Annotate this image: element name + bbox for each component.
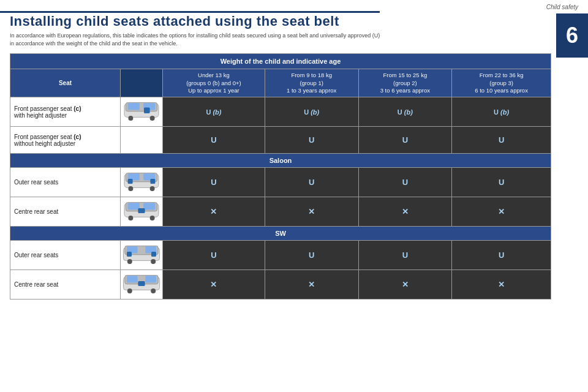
svg-point-20 (150, 216, 155, 221)
table-row: Outer rear seats U U (10, 168, 551, 197)
sym-cell: U (b) (452, 97, 551, 127)
sym-cell: U (452, 241, 551, 270)
seat-name-cell: Outer rear seats (10, 168, 121, 197)
seat-image-cell (121, 97, 163, 127)
table-row: Front passenger seat (c) with height adj… (10, 97, 551, 127)
section-label-saloon: Saloon (10, 154, 551, 168)
rear-sw-outer-icon (122, 242, 161, 266)
sym-cell: U (b) (265, 97, 358, 127)
table-header-top: Weight of the child and indicative age (10, 54, 551, 69)
sym-cell: U (358, 168, 452, 197)
svg-rect-18 (143, 203, 155, 209)
seat-image-cell-empty (121, 127, 163, 154)
rear-saloon-outer-icon (122, 169, 161, 194)
section-header-saloon: Saloon (10, 154, 551, 168)
table-row: Outer rear seats U U (10, 241, 551, 270)
table-row: Centre rear seat ✕ ✕ ✕ ✕ (10, 270, 551, 300)
chapter-number: 6 (556, 13, 588, 58)
sym-cell: ✕ (163, 197, 265, 227)
svg-point-5 (150, 116, 155, 121)
col-header-seat: Seat (10, 69, 121, 97)
sym-cell: ✕ (265, 270, 358, 300)
seat-name-cell: Centre rear seat (10, 270, 121, 300)
seat-image-cell (121, 270, 163, 300)
sym-cell: ✕ (358, 270, 452, 300)
seat-name-cell: Centre rear seat (10, 197, 121, 227)
svg-point-11 (128, 186, 133, 191)
rear-saloon-centre-icon (122, 198, 161, 223)
page-title: Installing child seats attached using th… (10, 13, 551, 29)
child-safety-table: Weight of the child and indicative age S… (10, 53, 551, 300)
svg-rect-21 (138, 208, 145, 213)
sym-cell: U (358, 241, 452, 270)
sym-cell: ✕ (452, 197, 551, 227)
sym-cell: U (b) (358, 97, 452, 127)
front-seat-car-icon (122, 99, 161, 123)
col-header-under13: Under 13 kg (groups 0 (b) and 0+) Up to … (163, 69, 265, 97)
seat-name-cell: Front passenger seat (c) with height adj… (10, 97, 121, 127)
svg-rect-17 (128, 203, 140, 209)
svg-point-4 (128, 116, 133, 121)
svg-rect-6 (144, 108, 150, 114)
sym-cell: U (452, 127, 551, 154)
svg-rect-32 (127, 276, 138, 282)
svg-rect-13 (128, 179, 133, 184)
rear-sw-centre-icon (122, 271, 161, 296)
svg-rect-36 (138, 281, 145, 286)
section-label-sw: SW (10, 227, 551, 241)
sym-cell: U (265, 127, 358, 154)
seat-name-cell: Outer rear seats (10, 241, 121, 270)
sym-cell: U (163, 127, 265, 154)
sym-cell: ✕ (452, 270, 551, 300)
svg-rect-2 (128, 103, 140, 110)
svg-point-27 (151, 259, 156, 264)
svg-point-26 (127, 259, 132, 264)
table-row: Centre rear seat ✕ ✕ ✕ ✕ (10, 197, 551, 227)
col-header-9to18: From 9 to 18 kg (group 1) 1 to 3 years a… (265, 69, 358, 97)
sym-cell: U (265, 168, 358, 197)
svg-point-19 (128, 216, 133, 221)
sym-cell: U (265, 241, 358, 270)
page-subtitle: In accordance with European regulations,… (10, 32, 551, 47)
table-column-headers: Seat Under 13 kg (groups 0 (b) and 0+) U… (10, 69, 551, 97)
top-bar-line (0, 11, 380, 13)
col-header-15to25: From 15 to 25 kg (group 2) 3 to 6 years … (358, 69, 452, 97)
svg-rect-33 (145, 276, 156, 282)
sym-cell: U (163, 241, 265, 270)
svg-rect-28 (127, 252, 132, 257)
col-header-22to36: From 22 to 36 kg (group 3) 6 to 10 years… (452, 69, 551, 97)
seat-name-cell: Front passenger seat (c) without height … (10, 127, 121, 154)
table-row: Front passenger seat (c) without height … (10, 127, 551, 154)
table-main-header: Weight of the child and indicative age (10, 54, 551, 69)
sym-cell: ✕ (163, 270, 265, 300)
col-header-img-blank (121, 69, 163, 97)
seat-image-cell (121, 197, 163, 227)
section-header-sw: SW (10, 227, 551, 241)
svg-point-12 (150, 186, 155, 191)
svg-point-35 (151, 288, 156, 293)
main-content: Installing child seats attached using th… (10, 13, 551, 386)
sym-cell: U (163, 168, 265, 197)
sym-cell: ✕ (358, 197, 452, 227)
svg-rect-29 (151, 252, 156, 257)
svg-point-34 (127, 288, 132, 293)
sym-cell: U (b) (163, 97, 265, 127)
top-bar: Child safety (0, 0, 588, 13)
sym-cell: U (358, 127, 452, 154)
sym-cell: ✕ (265, 197, 358, 227)
svg-rect-14 (150, 179, 155, 184)
seat-image-cell (121, 241, 163, 270)
section-title: Child safety (546, 4, 578, 10)
seat-image-cell (121, 168, 163, 197)
sym-cell: U (452, 168, 551, 197)
